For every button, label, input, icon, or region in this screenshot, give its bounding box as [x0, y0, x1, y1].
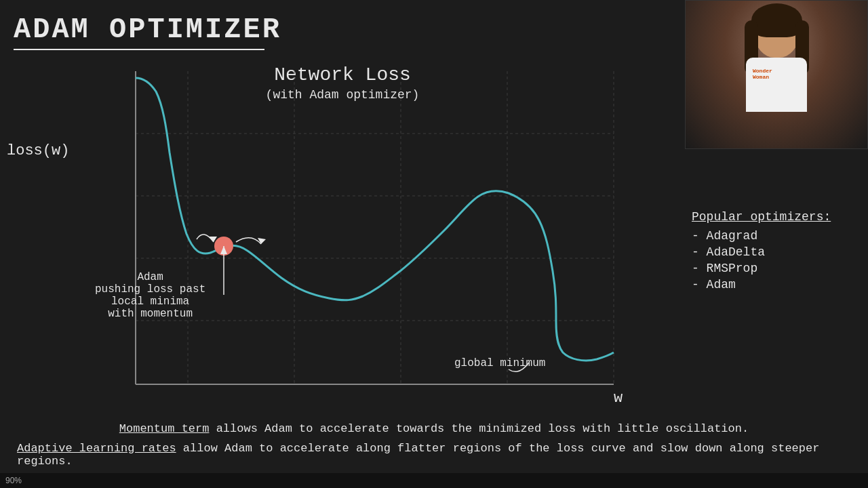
adam-annotation: Adam pushing loss past local minima with…	[95, 271, 205, 320]
optimizer-adagrad: - Adagrad	[692, 229, 854, 243]
status-bar: 90%	[0, 473, 868, 488]
adaptive-line: Adaptive learning rates allow Adam to ac…	[14, 442, 854, 468]
y-axis-label: loss(w)	[7, 142, 69, 159]
adam-line3: local minima	[95, 296, 205, 308]
shirt-text: WonderWoman	[753, 68, 772, 80]
momentum-line: Momentum term allows Adam to accelerate …	[14, 422, 854, 435]
slide-container: ADAM OPTIMIZER WonderWoman Network Loss …	[0, 0, 868, 488]
swirl-right-tip	[258, 238, 266, 244]
person-body: WonderWoman	[746, 58, 807, 112]
slide-title: ADAM OPTIMIZER	[14, 14, 281, 46]
video-thumbnail: WonderWoman	[685, 0, 868, 149]
optimizers-title: Popular optimizers:	[692, 210, 854, 224]
optimizer-adadelta: - AdaDelta	[692, 245, 854, 259]
person-head	[755, 7, 799, 58]
optimizers-panel: Popular optimizers: - Adagrad - AdaDelta…	[692, 210, 854, 294]
adam-line2: pushing loss past	[95, 283, 205, 296]
momentum-line-suffix: allows Adam to accelerate towards the mi…	[209, 422, 749, 435]
person-silhouette: WonderWoman	[732, 7, 821, 142]
zoom-level: 90%	[5, 476, 22, 485]
title-underline	[14, 49, 264, 50]
adaptive-learning-underlined: Adaptive learning rates	[17, 442, 176, 455]
bottom-text-container: Momentum term allows Adam to accelerate …	[0, 422, 868, 468]
person-hair	[751, 3, 802, 37]
adam-line4: with momentum	[95, 308, 205, 320]
momentum-term-underlined: Momentum term	[119, 422, 210, 435]
optimizer-rmsprop: - RMSProp	[692, 262, 854, 275]
presenter-video: WonderWoman	[686, 1, 867, 148]
swirl-right	[236, 238, 261, 244]
global-min-label: global minimum	[454, 357, 545, 369]
optimizer-adam: - Adam	[692, 278, 854, 291]
loss-curve	[136, 78, 614, 361]
adam-line1: Adam	[95, 271, 205, 283]
